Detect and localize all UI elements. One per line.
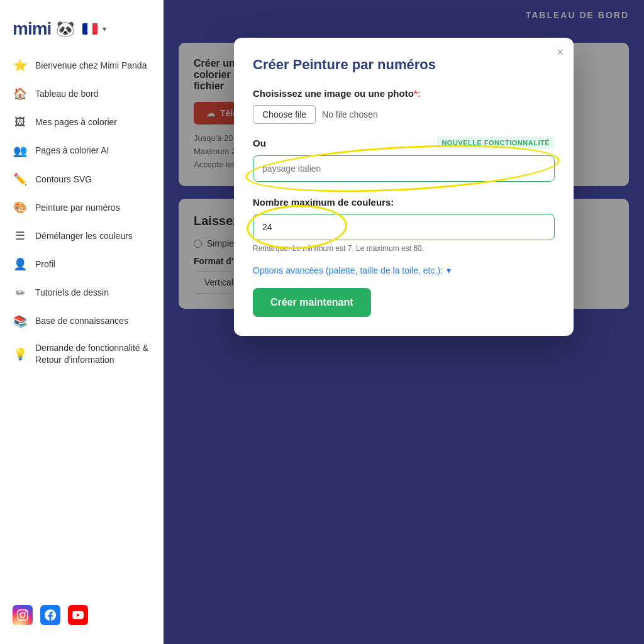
sidebar-item-demelanger[interactable]: ☰ Démélanger les couleurs	[0, 222, 164, 250]
star-icon: ⭐	[13, 58, 28, 74]
sidebar-item-welcome-label: Bienvenue chez Mimi Panda	[35, 60, 147, 72]
sidebar-item-demelanger-label: Démélanger les couleurs	[35, 230, 133, 243]
sidebar-item-tutoriels-label: Tutoriels de dessin	[35, 287, 109, 299]
facebook-link[interactable]	[40, 605, 60, 625]
image-label: Choisissez une image ou une photo*:	[253, 88, 555, 99]
book-icon: 📚	[13, 314, 28, 330]
required-marker: *:	[414, 88, 421, 99]
options-avancees-label: Options avancées (palette, taille de la …	[253, 265, 443, 275]
app-container: mimi 🐼 ▾ ⭐ Bienvenue chez Mimi Panda 🏠 T…	[0, 0, 644, 644]
instagram-link[interactable]	[13, 605, 33, 625]
sidebar-item-welcome[interactable]: ⭐ Bienvenue chez Mimi Panda	[0, 52, 164, 80]
sidebar-item-demande-label: Demande de fonctionnalité & Retour d'inf…	[35, 342, 151, 367]
remarque-text: Remarque: Le minimum est 7. Le maximum e…	[253, 244, 555, 253]
user-icon: 👤	[13, 257, 28, 272]
sidebar-item-tutoriels[interactable]: ✏ Tutoriels de dessin	[0, 279, 164, 308]
modal-title: Créer Peinture par numéros	[253, 57, 555, 73]
sidebar-item-pages-ai-label: Pages à colorier AI	[35, 145, 109, 157]
paint-icon: 🎨	[13, 200, 28, 216]
options-avancees-toggle[interactable]: Options avancées (palette, taille de la …	[253, 265, 555, 275]
creer-maintenant-button[interactable]: Créer maintenant	[253, 288, 371, 317]
sidebar-item-peinture-label: Peinture par numéros	[35, 202, 120, 214]
modal-overlay[interactable]: × Créer Peinture par numéros Choisissez …	[164, 0, 644, 644]
sidebar-item-pages-ai[interactable]: 👥 Pages à colorier AI	[0, 137, 164, 165]
sidebar-item-base[interactable]: 📚 Base de connaissances	[0, 308, 164, 336]
language-dropdown-arrow[interactable]: ▾	[103, 25, 106, 33]
sidebar-item-profil[interactable]: 👤 Profil	[0, 250, 164, 279]
text-input-wrapper	[253, 155, 555, 182]
sidebar-item-base-label: Base de connaissances	[35, 315, 128, 328]
bulb-icon: 💡	[13, 347, 28, 362]
logo-panda-icon: 🐼	[56, 20, 75, 38]
ai-icon: 👥	[13, 143, 28, 159]
sidebar-item-peinture[interactable]: 🎨 Peinture par numéros	[0, 194, 164, 222]
file-input-row: Choose file No file chosen	[253, 105, 555, 124]
chevron-down-icon: ▾	[447, 265, 451, 275]
sidebar-item-demande[interactable]: 💡 Demande de fonctionnalité & Retour d'i…	[0, 336, 164, 373]
image-section: Choisissez une image ou une photo*: Choo…	[253, 88, 555, 124]
sidebar-item-contours-svg[interactable]: ✏️ Contours SVG	[0, 165, 164, 194]
logo-area: mimi 🐼 ▾	[0, 13, 164, 52]
draw-icon: ✏	[13, 286, 28, 301]
no-file-text: No file chosen	[322, 109, 378, 119]
sidebar-item-mes-pages[interactable]: 🖼 Mes pages à colorier	[0, 108, 164, 136]
sidebar-item-dashboard-label: Tableau de bord	[35, 88, 98, 101]
nombre-couleurs-input[interactable]	[253, 214, 555, 240]
main-content: TABLEAU DE BORD Créer une pacolorier à p…	[164, 0, 644, 644]
nombre-label: Nombre maximum de couleurs:	[253, 197, 555, 208]
sidebar-item-profil-label: Profil	[35, 258, 55, 271]
sidebar-item-mes-pages-label: Mes pages à colorier	[35, 116, 117, 129]
number-input-wrapper	[253, 214, 555, 240]
social-links	[0, 599, 164, 631]
modal-close-button[interactable]: ×	[557, 47, 564, 58]
sidebar-item-contours-label: Contours SVG	[35, 174, 92, 186]
home-icon: 🏠	[13, 86, 28, 102]
modal-dialog: × Créer Peinture par numéros Choisissez …	[234, 38, 574, 336]
image-description-input[interactable]	[253, 155, 555, 182]
tangle-icon: ☰	[13, 228, 28, 244]
ou-label: Ou	[253, 138, 266, 148]
choose-file-button[interactable]: Choose file	[253, 105, 316, 124]
logo-text: mimi	[13, 19, 51, 39]
ou-row: Ou NOUVELLE FONCTIONNALITÉ	[253, 136, 555, 149]
text-input-section	[253, 155, 555, 182]
flag-icon	[82, 23, 97, 35]
nombre-section: Nombre maximum de couleurs: Remarque: Le…	[253, 197, 555, 253]
sidebar-nav: ⭐ Bienvenue chez Mimi Panda 🏠 Tableau de…	[0, 52, 164, 599]
sidebar: mimi 🐼 ▾ ⭐ Bienvenue chez Mimi Panda 🏠 T…	[0, 0, 164, 644]
sidebar-item-dashboard[interactable]: 🏠 Tableau de bord	[0, 80, 164, 108]
contours-icon: ✏️	[13, 172, 28, 187]
youtube-link[interactable]	[68, 605, 88, 625]
nouvelle-fonctionnalite-badge: NOUVELLE FONCTIONNALITÉ	[436, 136, 555, 149]
image-icon: 🖼	[13, 114, 28, 130]
